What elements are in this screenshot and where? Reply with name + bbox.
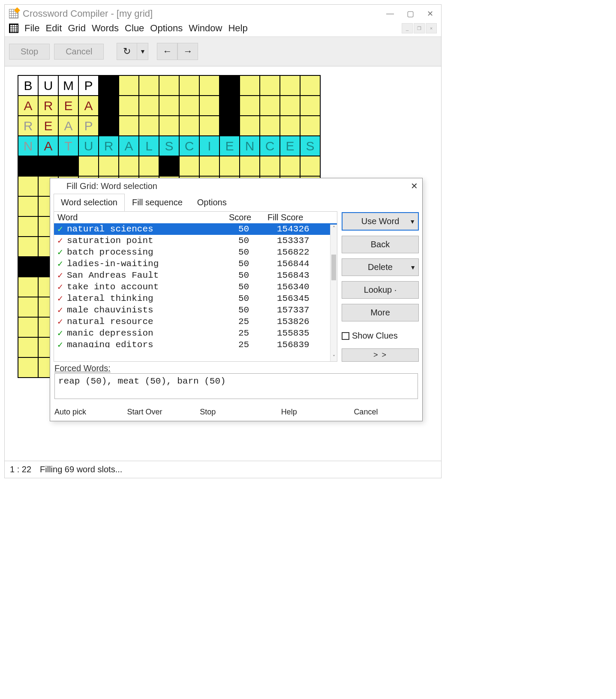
grid-cell[interactable] <box>260 116 280 136</box>
grid-cell[interactable]: S <box>300 136 320 156</box>
grid-cell[interactable]: N <box>18 136 38 156</box>
grid-cell[interactable] <box>199 156 219 176</box>
expand-button[interactable]: > > <box>342 348 419 362</box>
grid-cell[interactable] <box>179 96 199 116</box>
grid-cell[interactable] <box>18 257 38 277</box>
dialog-cancel-button[interactable]: Cancel <box>354 408 418 417</box>
cancel-button[interactable]: Cancel <box>54 44 104 60</box>
grid-cell[interactable] <box>18 196 38 216</box>
grid-cell[interactable]: M <box>58 75 78 96</box>
grid-cell[interactable] <box>300 116 320 136</box>
grid-cell[interactable]: A <box>119 136 139 156</box>
grid-cell[interactable] <box>18 237 38 257</box>
tab-word-selection[interactable]: Word selection <box>54 194 125 211</box>
close-button[interactable]: ✕ <box>427 9 433 18</box>
grid-cell[interactable]: R <box>99 136 119 156</box>
grid-cell[interactable]: E <box>280 136 300 156</box>
grid-cell[interactable] <box>240 75 260 96</box>
grid-cell[interactable]: L <box>139 136 159 156</box>
minimize-button[interactable]: — <box>386 9 394 18</box>
grid-cell[interactable] <box>240 116 260 136</box>
word-row[interactable]: ✓San Andreas Fault50156843 <box>54 270 337 281</box>
grid-cell[interactable]: A <box>58 116 78 136</box>
grid-cell[interactable]: C <box>260 136 280 156</box>
grid-cell[interactable] <box>240 156 260 176</box>
grid-cell[interactable] <box>78 156 99 176</box>
grid-cell[interactable] <box>119 96 139 116</box>
grid-cell[interactable] <box>18 297 38 317</box>
word-row[interactable]: ✓male chauvinists50157337 <box>54 304 337 316</box>
use-word-button[interactable]: Use Word ▼ <box>342 212 419 231</box>
grid-cell[interactable] <box>18 277 38 297</box>
grid-cell[interactable]: E <box>38 116 58 136</box>
menu-grid[interactable]: Grid <box>68 23 86 33</box>
grid-cell[interactable] <box>119 116 139 136</box>
grid-cell[interactable] <box>58 156 78 176</box>
mdi-minimize[interactable]: _ <box>402 23 413 33</box>
scroll-down-icon[interactable]: ˅ <box>331 354 337 361</box>
auto-pick-button[interactable]: Auto pick <box>54 408 119 417</box>
scroll-up-icon[interactable]: ˄ <box>331 225 337 232</box>
back-button[interactable]: Back <box>342 236 419 253</box>
grid-cell[interactable] <box>18 176 38 196</box>
grid-cell[interactable]: P <box>78 75 99 96</box>
menu-edit[interactable]: Edit <box>45 23 62 33</box>
menu-file[interactable]: File <box>24 23 39 33</box>
header-fill-score[interactable]: Fill Score <box>267 213 334 222</box>
grid-cell[interactable] <box>18 337 38 357</box>
grid-cell[interactable] <box>18 357 38 378</box>
word-row[interactable]: ✓ladies-in-waiting50156844 <box>54 258 337 270</box>
grid-cell[interactable] <box>280 156 300 176</box>
grid-cell[interactable] <box>159 96 179 116</box>
help-button[interactable]: Help <box>281 408 346 417</box>
grid-cell[interactable] <box>219 116 240 136</box>
grid-cell[interactable]: C <box>179 136 199 156</box>
grid-cell[interactable] <box>179 156 199 176</box>
delete-button[interactable]: Delete ▼ <box>342 258 419 276</box>
grid-cell[interactable] <box>300 75 320 96</box>
grid-cell[interactable] <box>240 96 260 116</box>
mdi-restore[interactable]: ❐ <box>414 23 425 33</box>
grid-cell[interactable]: E <box>58 96 78 116</box>
tab-options[interactable]: Options <box>190 194 234 211</box>
grid-cell[interactable]: N <box>240 136 260 156</box>
grid-cell[interactable] <box>139 116 159 136</box>
menu-options[interactable]: Options <box>150 23 183 33</box>
grid-cell[interactable] <box>260 156 280 176</box>
grid-cell[interactable] <box>139 96 159 116</box>
grid-cell[interactable] <box>119 156 139 176</box>
dialog-close-button[interactable]: ✕ <box>411 181 418 191</box>
grid-cell[interactable]: A <box>78 96 99 116</box>
refresh-dropdown[interactable]: ▼ <box>137 43 148 60</box>
grid-cell[interactable] <box>280 96 300 116</box>
grid-cell[interactable] <box>99 75 119 96</box>
grid-cell[interactable]: R <box>38 96 58 116</box>
maximize-button[interactable]: ▢ <box>407 9 414 18</box>
grid-cell[interactable]: R <box>18 116 38 136</box>
grid-cell[interactable] <box>99 96 119 116</box>
word-row[interactable]: ✓lateral thinking50156345 <box>54 293 337 304</box>
grid-cell[interactable] <box>99 156 119 176</box>
lookup-button[interactable]: Lookup · <box>342 281 419 299</box>
grid-cell[interactable]: A <box>38 136 58 156</box>
stop-button[interactable]: Stop <box>9 44 50 60</box>
grid-cell[interactable] <box>18 216 38 237</box>
menu-window[interactable]: Window <box>189 23 222 33</box>
grid-cell[interactable] <box>219 75 240 96</box>
nav-back-button[interactable]: ← <box>157 43 177 60</box>
word-row[interactable]: ✓manic depression25155835 <box>54 327 337 339</box>
chevron-down-icon[interactable]: ▼ <box>409 218 415 225</box>
word-row[interactable]: ✓batch processing50156822 <box>54 246 337 258</box>
menu-clue[interactable]: Clue <box>125 23 144 33</box>
show-clues-checkbox[interactable]: Show Clues <box>342 331 419 341</box>
grid-cell[interactable] <box>260 96 280 116</box>
grid-cell[interactable] <box>38 156 58 176</box>
more-button[interactable]: More <box>342 304 419 321</box>
word-row[interactable]: ✓take into account50156340 <box>54 281 337 293</box>
grid-cell[interactable] <box>18 317 38 337</box>
nav-forward-button[interactable]: → <box>177 43 198 60</box>
grid-cell[interactable] <box>199 96 219 116</box>
word-row[interactable]: ✓saturation point50153337 <box>54 235 337 246</box>
tab-fill-sequence[interactable]: Fill sequence <box>125 194 190 211</box>
header-word[interactable]: Word <box>57 213 229 222</box>
